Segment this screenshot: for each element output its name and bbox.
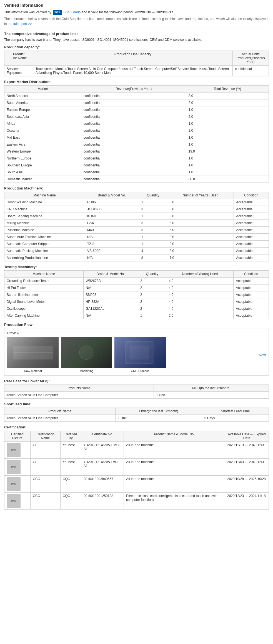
export-row: Western Europe confidential 19.0 (4, 148, 269, 155)
sgs-link[interactable]: SGS Group (63, 10, 81, 14)
exp-revenue: confidential (81, 93, 186, 99)
tm-col-brand: Brand & Model No. (83, 271, 138, 278)
lead-section: Short lead time: Products Name Order(in … (4, 402, 269, 422)
pm-condition: Acceptable (234, 248, 269, 254)
export-table: Market Revenue(Previous Year) Total Reve… (4, 85, 269, 183)
pm-col-name: Machine Name (4, 192, 85, 199)
tm-condition: Acceptable (234, 291, 269, 298)
pm-col-qty: Quantity (139, 192, 167, 199)
pm-condition: Acceptable (234, 254, 269, 261)
moq-table: Products Name MOQ(in the last 12month) T… (4, 385, 269, 399)
pm-years: 3.0 (167, 248, 234, 254)
exp-revenue: confidential (81, 134, 186, 141)
exp-total: 1.0 (186, 162, 269, 169)
cert-row: IMG CCC CQC 2019010901250188 Electronic … (4, 493, 269, 510)
lead-name: Touch Screen All In One Computer (4, 415, 116, 422)
cert-section: Certification: Certified Picture Certifi… (4, 425, 269, 510)
pm-brand: GSK (85, 220, 139, 227)
cert-dates-val: 2020/12/23 --- 2024/11/18 (225, 493, 269, 510)
cert-name-val: CE (31, 459, 61, 476)
testing-machine-row: Screen Illuminometer SM208 2 4.0 Accepta… (4, 291, 269, 298)
export-row: Southern Europe confidential 1.0 (4, 162, 269, 169)
cert-image: IMG (7, 443, 21, 457)
tm-qty: 2 (138, 284, 166, 291)
cert-pic: IMG (4, 442, 31, 459)
competitive-title: The competitive advantage of product lin… (4, 32, 269, 36)
tm-name: After Carving Machine (4, 312, 84, 319)
cert-image: IMG (7, 460, 21, 474)
flow-image-label: Machining (61, 369, 112, 373)
exp-revenue: confidential (81, 148, 186, 155)
testing-machine-row: Digital Sound Level Meter HP-882A 2 4.0 … (4, 298, 269, 305)
lead-row: Touch Screen All In One Computer 1 Unit … (4, 415, 269, 422)
exp-total: 2.0 (186, 113, 269, 120)
cert-by-val: Youbest (60, 459, 81, 476)
pm-years: 7.0 (167, 254, 234, 261)
moq-name: Touch Screen All In One Computer (4, 392, 154, 399)
pm-name: Automatic Computer Stripper (4, 241, 85, 248)
tm-brand: WB2678B (83, 278, 138, 284)
export-title: Export Market Distribution: (4, 80, 269, 84)
tm-col-qty: Quantity (138, 271, 166, 278)
pm-name: Robot Welding Machine (4, 199, 85, 206)
pm-condition: Acceptable (234, 241, 269, 248)
pm-qty: 1 (139, 199, 167, 206)
cert-col-product: Product Name & Model No. (124, 431, 225, 442)
pm-condition: Acceptable (234, 206, 269, 213)
capacity-col-capacity: Production Line Capacity (33, 51, 232, 66)
moq-section: Real Case for Lower MOQ: Products Name M… (4, 379, 269, 399)
tm-name: Grounding Resistance Tester (4, 278, 84, 284)
pm-qty: 8 (139, 254, 167, 261)
export-row: Eastern Europe confidential 1.0 (4, 106, 269, 113)
lead-order: 1 Unit (116, 415, 202, 422)
tm-brand: N/A (83, 284, 138, 291)
pm-name: Milling Machine (4, 220, 85, 227)
tm-col-condition: Condition (234, 271, 269, 278)
exp-market: Southern Europe (4, 162, 81, 169)
exp-market: Africa (4, 120, 81, 127)
full-report-link[interactable]: full report >> (13, 22, 32, 26)
competitive-section: The competitive advantage of product lin… (4, 32, 269, 42)
exp-revenue: confidential (81, 99, 186, 106)
cert-by-val: CQC (60, 476, 81, 493)
tm-qty: 2 (138, 298, 166, 305)
cert-product-val: All-in-one machine (124, 459, 225, 476)
production-machine-row: CNC Machine JCDX6050 3 3.0 Acceptable (4, 206, 269, 213)
exp-total: 60.0 (186, 176, 269, 183)
exp-total: 1.0 (186, 155, 269, 162)
pm-name: Board Bending Machine (4, 213, 85, 220)
cert-product-val: All-in-one machine (124, 476, 225, 493)
pm-brand: JCDX6050 (85, 206, 139, 213)
moq-col-name: Products Name (4, 385, 154, 392)
cap-units: confidential (233, 66, 269, 76)
flow-image-label: CNC Process (114, 369, 166, 373)
verified-line1: This information was Verified by SGS SGS… (4, 10, 269, 15)
lead-title: Short lead time: (4, 402, 269, 406)
pm-years: 3.0 (167, 206, 234, 213)
capacity-table: ProductLine Name Production Line Capacit… (4, 51, 269, 76)
tm-years: 4.0 (166, 298, 234, 305)
export-col-market: Market (4, 86, 81, 93)
cert-table: Certified Picture Certification Name Cer… (4, 431, 269, 510)
cert-col-no: Certificate No. (81, 431, 124, 442)
next-button[interactable]: Next (259, 353, 266, 357)
cert-dates-val: 2020/10/28 --- 2025/10/28 (225, 476, 269, 493)
production-machine-row: Board Bending Machine KOMILE 1 3.0 Accep… (4, 213, 269, 220)
pm-condition: Acceptable (234, 213, 269, 220)
cert-col-by: Certified By (60, 431, 81, 442)
cert-no-val: YB201212146NW-LVD-A1 (81, 459, 124, 476)
flow-image-item: CNC Process (114, 337, 166, 373)
cert-dates-val: 2020/12/13 --- 2049/12/31 (225, 442, 269, 459)
tm-brand: GA1122CAL (83, 305, 138, 312)
export-row: North America confidential 8.0 (4, 93, 269, 99)
pm-condition: Acceptable (234, 234, 269, 241)
export-row: Mid East confidential 1.0 (4, 134, 269, 141)
pm-brand: TZ-8 (85, 241, 139, 248)
pm-condition: Acceptable (234, 227, 269, 234)
svg-point-2 (79, 346, 93, 360)
exp-total: 1.0 (186, 141, 269, 148)
exp-market: Eastern Europe (4, 106, 81, 113)
pm-years: 6.0 (167, 227, 234, 234)
cert-col-dates: Available Date --- Expired Date (225, 431, 269, 442)
exp-revenue: confidential (81, 169, 186, 176)
